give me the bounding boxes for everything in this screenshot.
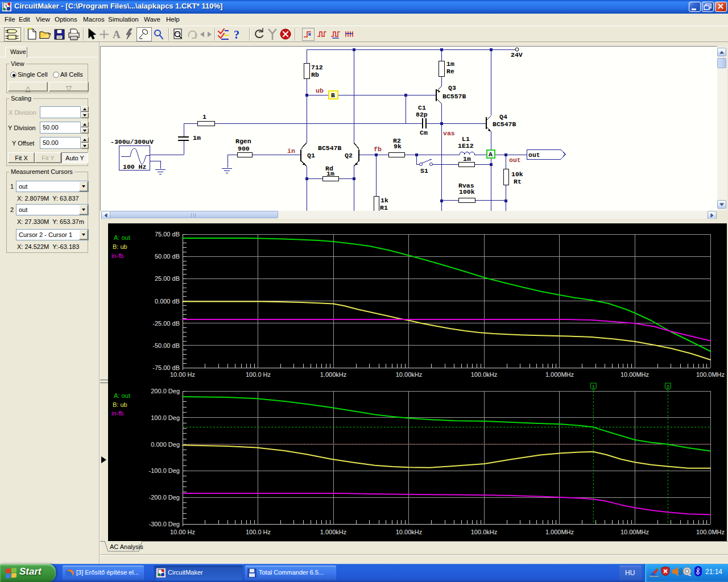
svg-text:1: 1 [202, 113, 206, 120]
svg-text:Rb: Rb [311, 71, 319, 78]
svg-text:1m: 1m [326, 170, 334, 177]
svg-text:in: in [287, 147, 295, 155]
svg-text:BC557B: BC557B [442, 93, 466, 100]
svg-text:-200.0 Deg: -200.0 Deg [149, 494, 180, 501]
svg-text:10.00 Hz: 10.00 Hz [170, 529, 195, 535]
svg-text:in-fb: in-fb [111, 252, 123, 259]
svg-text:Q4: Q4 [499, 113, 507, 120]
svg-text:A: A [489, 151, 493, 158]
svg-text:1.000MHz: 1.000MHz [545, 529, 574, 535]
svg-text:Q2: Q2 [345, 152, 353, 159]
svg-text:0.000 dB: 0.000 dB [155, 298, 180, 305]
svg-text:1m: 1m [463, 155, 471, 163]
svg-text:Rt: Rt [514, 178, 522, 185]
svg-text:10.00MHz: 10.00MHz [621, 371, 649, 378]
svg-text:B: ub: B: ub [113, 401, 127, 408]
svg-text:out: out [509, 156, 521, 164]
svg-text:1m: 1m [193, 134, 201, 142]
svg-text:A: A [113, 28, 121, 40]
svg-text:25.00 dB: 25.00 dB [155, 275, 180, 282]
svg-text:10.00 Hz: 10.00 Hz [170, 371, 195, 378]
svg-text:1.000kHz: 1.000kHz [320, 371, 346, 378]
svg-text:1.000kHz: 1.000kHz [320, 529, 346, 535]
svg-text:10k: 10k [511, 171, 523, 178]
svg-text:out: out [528, 151, 540, 159]
svg-text:Cm: Cm [420, 129, 428, 136]
svg-text:BC547B: BC547B [318, 144, 342, 152]
svg-text:Q3: Q3 [448, 84, 456, 92]
svg-text:10.00kHz: 10.00kHz [396, 371, 422, 378]
svg-text:-300.0 Deg: -300.0 Deg [149, 521, 180, 527]
svg-text:1: 1 [592, 384, 595, 390]
svg-text:50.00 dB: 50.00 dB [155, 253, 180, 260]
svg-text:-300u/300uV: -300u/300uV [110, 138, 154, 146]
svg-text:75.00 dB: 75.00 dB [155, 231, 180, 238]
svg-text:1m: 1m [446, 60, 454, 68]
svg-text:1.000MHz: 1.000MHz [545, 371, 574, 378]
svg-text:in-fb: in-fb [111, 410, 123, 417]
svg-text:900: 900 [238, 145, 250, 152]
svg-text:A: out: A: out [114, 234, 130, 241]
svg-text:0.000 Deg: 0.000 Deg [151, 441, 180, 448]
svg-text:Q1: Q1 [307, 152, 315, 159]
svg-text:1E12: 1E12 [458, 142, 474, 149]
svg-text:-75.00 dB: -75.00 dB [152, 364, 180, 371]
svg-text:200.0 Deg: 200.0 Deg [151, 388, 180, 394]
svg-text:?: ? [234, 28, 239, 41]
svg-text:BC547B: BC547B [493, 120, 516, 128]
svg-text:100.0 Hz: 100.0 Hz [246, 371, 271, 378]
svg-text:100.0kHz: 100.0kHz [471, 371, 497, 378]
svg-text:100.0MHz: 100.0MHz [696, 371, 725, 378]
svg-text:100.0 Deg: 100.0 Deg [151, 414, 180, 421]
svg-text:2: 2 [667, 384, 669, 390]
svg-text:100.0 Hz: 100.0 Hz [246, 529, 271, 535]
svg-text:9k: 9k [394, 143, 402, 150]
svg-text:100.0MHz: 100.0MHz [696, 529, 725, 535]
svg-text:1k: 1k [380, 197, 388, 204]
svg-text:vas: vas [443, 130, 455, 137]
svg-text:S1: S1 [420, 167, 428, 174]
svg-text:-100.0 Deg: -100.0 Deg [149, 467, 180, 474]
svg-text:Re: Re [446, 68, 454, 75]
svg-text:ub: ub [316, 87, 324, 94]
svg-text:100k: 100k [459, 188, 475, 196]
svg-text:B: B [331, 92, 335, 99]
svg-text:100.0kHz: 100.0kHz [471, 529, 497, 535]
svg-text:24V: 24V [511, 51, 523, 59]
svg-text:Rgen: Rgen [235, 138, 251, 145]
svg-text:-50.00 dB: -50.00 dB [152, 342, 180, 349]
svg-text:712: 712 [311, 64, 323, 71]
svg-text:10.00kHz: 10.00kHz [396, 529, 422, 535]
svg-text:A: out: A: out [114, 392, 130, 399]
svg-text:-25.00 dB: -25.00 dB [152, 320, 180, 327]
svg-text:82p: 82p [416, 111, 428, 118]
svg-text:AC Analysis: AC Analysis [110, 543, 143, 550]
svg-text:B: ub: B: ub [113, 243, 127, 250]
svg-text:fb: fb [374, 146, 382, 153]
svg-text:100 Hz: 100 Hz [123, 163, 147, 171]
svg-text:10.00MHz: 10.00MHz [621, 529, 649, 535]
